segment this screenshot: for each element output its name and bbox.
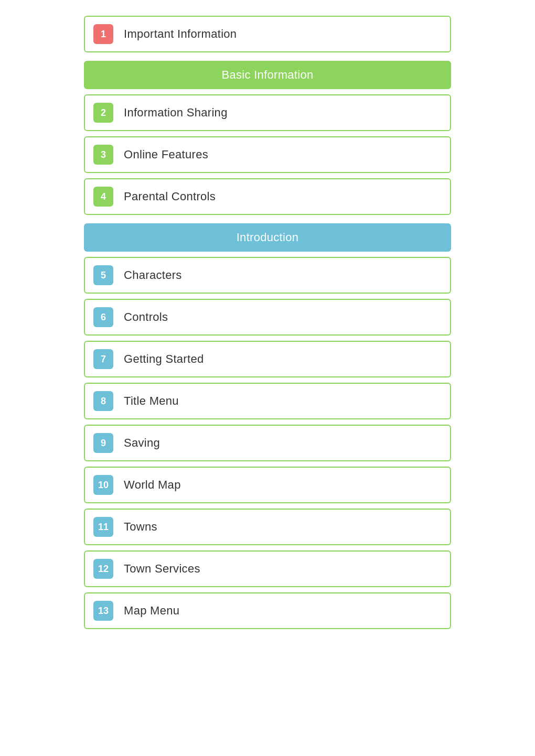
- badge-2: 2: [93, 103, 113, 123]
- menu-item-7[interactable]: 7 Getting Started: [84, 341, 451, 377]
- menu-item-4[interactable]: 4 Parental Controls: [84, 178, 451, 215]
- menu-item-12[interactable]: 12 Town Services: [84, 550, 451, 587]
- badge-3: 3: [93, 145, 113, 165]
- menu-item-2[interactable]: 2 Information Sharing: [84, 94, 451, 131]
- item-label-9: Saving: [124, 436, 160, 450]
- menu-item-9[interactable]: 9 Saving: [84, 425, 451, 461]
- item-label-1: Important Information: [124, 27, 237, 41]
- section-header-basic: Basic Information: [84, 61, 451, 89]
- menu-item-13[interactable]: 13 Map Menu: [84, 592, 451, 629]
- menu-item-1[interactable]: 1 Important Information: [84, 16, 451, 52]
- item-label-7: Getting Started: [124, 352, 204, 366]
- badge-9: 9: [93, 433, 113, 453]
- item-label-12: Town Services: [124, 562, 200, 576]
- item-label-5: Characters: [124, 268, 182, 282]
- item-label-13: Map Menu: [124, 604, 179, 618]
- badge-4: 4: [93, 187, 113, 207]
- badge-12: 12: [93, 559, 113, 579]
- menu-item-5[interactable]: 5 Characters: [84, 257, 451, 294]
- section-header-intro-label: Introduction: [237, 231, 299, 244]
- menu-item-11[interactable]: 11 Towns: [84, 509, 451, 545]
- item-label-2: Information Sharing: [124, 106, 228, 120]
- menu-item-8[interactable]: 8 Title Menu: [84, 383, 451, 419]
- main-container: 1 Important Information Basic Informatio…: [84, 16, 451, 634]
- menu-item-6[interactable]: 6 Controls: [84, 299, 451, 336]
- badge-10: 10: [93, 475, 113, 495]
- item-label-10: World Map: [124, 478, 181, 492]
- badge-7: 7: [93, 349, 113, 369]
- item-label-11: Towns: [124, 520, 157, 534]
- badge-11: 11: [93, 517, 113, 537]
- badge-6: 6: [93, 307, 113, 327]
- item-label-8: Title Menu: [124, 394, 179, 408]
- section-header-basic-label: Basic Information: [221, 68, 313, 81]
- section-header-intro: Introduction: [84, 223, 451, 252]
- badge-1: 1: [93, 24, 113, 44]
- badge-5: 5: [93, 265, 113, 285]
- item-label-3: Online Features: [124, 148, 208, 161]
- item-label-6: Controls: [124, 310, 168, 324]
- badge-8: 8: [93, 391, 113, 411]
- item-label-4: Parental Controls: [124, 190, 216, 203]
- menu-item-10[interactable]: 10 World Map: [84, 467, 451, 503]
- menu-item-3[interactable]: 3 Online Features: [84, 136, 451, 173]
- badge-13: 13: [93, 601, 113, 621]
